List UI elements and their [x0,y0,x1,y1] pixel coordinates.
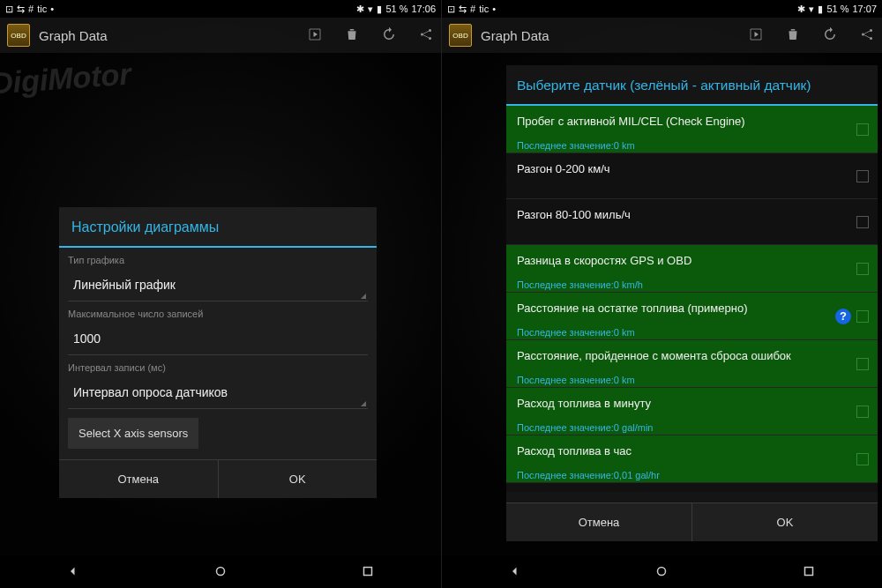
home-icon[interactable] [654,563,669,582]
interval-spinner[interactable]: Интервал опроса датчиков [68,376,368,409]
chart-type-spinner[interactable]: Линейный график [68,269,368,301]
app-title: Graph Data [39,28,108,43]
sensor-row[interactable]: Расход топлива в минутуПоследнее значени… [506,388,878,435]
cancel-button[interactable]: Отмена [59,460,218,498]
sensor-row[interactable]: Разница в скоростях GPS и OBDПоследнее з… [506,245,878,293]
sensor-row[interactable]: Разгон 80-100 миль/ч [506,199,878,245]
sensor-name: Расход топлива в час [517,444,867,458]
sensor-last-value: Последнее значение:0,01 gal/hr [517,470,867,480]
app-title: Graph Data [481,28,549,43]
sensor-name: Расстояние, пройденное с момента сброса … [517,349,867,362]
svg-point-6 [870,29,872,32]
play-icon[interactable] [307,26,323,45]
max-records-input[interactable]: 1000 [68,323,368,355]
sensor-last-value: Последнее значение:0 km [517,140,867,151]
clock: 17:06 [411,4,436,14]
clock: 17:07 [852,4,877,14]
play-icon[interactable] [748,26,764,45]
svg-rect-4 [363,567,371,575]
gap-icon: • [492,4,496,14]
app-icon: OBD [449,24,472,47]
checkbox[interactable] [856,123,869,136]
sensor-row[interactable]: Скорость (GPS) [506,483,878,492]
interval-label: Интервал записи (мс) [59,355,377,373]
arrow-icon: ⇆ [17,4,25,15]
svg-point-8 [658,567,666,575]
back-icon[interactable] [507,563,523,582]
bluetooth-icon: ✱ [356,4,364,15]
dialog-title: Выберите датчик (зелёный - активный датч… [506,65,878,104]
trash-icon[interactable] [785,26,801,45]
app-icon: OBD [7,24,30,47]
home-icon[interactable] [213,563,228,582]
refresh-icon[interactable] [381,26,397,45]
sensor-row[interactable]: Расстояние, пройденное с момента сброса … [506,340,878,388]
sensor-name: Расстояние на остатке топлива (примерно) [517,301,867,315]
sensor-picker-dialog: Выберите датчик (зелёный - активный датч… [506,65,878,541]
sensor-name: Разгон 0-200 км/ч [517,162,867,175]
trash-icon[interactable] [344,26,360,45]
chevron-down-icon [361,294,366,299]
battery-icon: ▮ [818,4,823,15]
chart-settings-dialog: Настройки диаграммы Тип графика Линейный… [59,207,377,498]
ok-button[interactable]: OK [218,460,377,498]
svg-point-7 [870,37,872,40]
sensor-row[interactable]: Пробег с активной MIL/CEL (Check Engine)… [506,106,878,153]
hash-icon: # [470,4,475,14]
svg-point-0 [421,33,423,35]
checkbox[interactable] [856,406,869,418]
checkbox[interactable] [856,263,869,275]
cancel-button[interactable]: Отмена [506,503,691,541]
svg-point-5 [862,33,864,35]
wifi-icon: ▾ [809,4,814,15]
status-bar: ⊡ ⇆ # tic • ✱ ▾ ▮ 51 % 17:06 [0,0,441,18]
app-bar: OBD Graph Data [0,18,441,53]
checkbox[interactable] [856,310,869,323]
carrier: tic [37,4,47,14]
sensor-row[interactable]: Разгон 0-200 км/ч [506,153,878,199]
recents-icon[interactable] [360,563,376,582]
sensor-name: Разгон 80-100 миль/ч [517,208,867,221]
sensor-name: Разница в скоростях GPS и OBD [517,254,867,267]
carrier: tic [479,4,489,14]
sensor-list[interactable]: Пробег с активной MIL/CEL (Check Engine)… [506,106,878,492]
wifi-icon: ▾ [368,4,373,15]
sensor-last-value: Последнее значение:0 km [517,327,867,338]
dialog-title: Настройки диаграммы [59,207,377,246]
battery-icon: ▮ [377,4,382,15]
sensor-row[interactable]: Расстояние на остатке топлива (примерно)… [506,293,878,340]
help-icon[interactable]: ? [835,309,851,324]
max-records-label: Максимальное число записей [59,301,377,319]
sensor-row[interactable]: Расход топлива в часПоследнее значение:0… [506,435,878,483]
sensor-name: Пробег с активной MIL/CEL (Check Engine) [517,115,867,128]
sensor-last-value: Последнее значение:0 gal/min [517,422,867,433]
checkbox[interactable] [856,216,869,228]
sensor-last-value: Последнее значение:0 km [517,375,867,385]
chart-type-label: Тип графика [59,248,377,265]
bluetooth-icon: ✱ [797,4,805,15]
share-icon[interactable] [418,26,434,45]
nav-bar [442,556,882,588]
svg-rect-9 [804,567,812,575]
select-sensors-button[interactable]: Select X axis sensors [68,418,198,449]
battery-pct: 51 % [385,4,407,14]
app-bar: OBD Graph Data [442,18,882,53]
ok-button[interactable]: OK [691,503,878,541]
dock-icon: ⊡ [5,4,13,15]
battery-pct: 51 % [826,4,848,14]
share-icon[interactable] [859,26,875,45]
dock-icon: ⊡ [447,4,455,15]
chevron-down-icon [361,401,366,406]
recents-icon[interactable] [801,563,817,582]
checkbox[interactable] [856,358,869,370]
hash-icon: # [28,4,34,14]
svg-point-1 [429,29,431,32]
nav-bar [0,556,441,588]
status-bar: ⊡ ⇆ # tic • ✱ ▾ ▮ 51 % 17:07 [442,0,882,18]
checkbox[interactable] [856,170,869,182]
checkbox[interactable] [856,453,869,465]
refresh-icon[interactable] [822,26,838,45]
sensor-last-value: Последнее значение:0 km/h [517,279,867,290]
back-icon[interactable] [65,563,81,582]
sensor-name: Расход топлива в минуту [517,397,867,410]
